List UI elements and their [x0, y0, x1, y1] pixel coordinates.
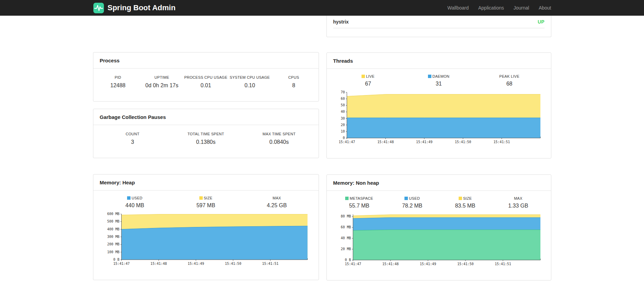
stat-label: SYSTEM CPU USAGE	[228, 75, 272, 79]
stat-system-cpu: SYSTEM CPU USAGE 0.10	[228, 75, 272, 89]
svg-text:15:41:51: 15:41:51	[493, 140, 510, 144]
size-swatch-icon	[459, 197, 462, 200]
legend-label: LIVE	[366, 74, 374, 78]
svg-text:100 MB: 100 MB	[107, 250, 119, 254]
legend-item-max: MAX 4.25 GB	[241, 196, 312, 209]
svg-text:15:41:50: 15:41:50	[225, 262, 241, 265]
stat-label: PID	[96, 75, 140, 79]
status-badge: UP	[538, 19, 544, 25]
svg-text:70: 70	[340, 90, 344, 94]
main-nav: Wallboard Applications Journal About	[447, 5, 551, 11]
process-stats: PID 12488 UPTIME 0d 0h 2m 17s PROCESS CP…	[93, 69, 319, 97]
right-column: hystrix UP Threads LIVE 67 DAEMON 31	[326, 16, 551, 280]
memory-nonheap-chart: 0 B20 MB40 MB60 MB80 MB15:41:4715:41:481…	[333, 212, 545, 269]
svg-text:0: 0	[342, 136, 344, 140]
heap-legend: USED 440 MB SIZE 597 MB MAX 4.25 GB	[99, 196, 312, 209]
legend-value: 597 MB	[170, 202, 241, 209]
legend-value: 31	[403, 81, 474, 87]
legend-item-metaspace: METASPACE 55.7 MB	[333, 196, 386, 209]
legend-item-max: MAX 1.33 GB	[492, 196, 545, 209]
stat-value: 0.0840s	[243, 139, 316, 145]
legend-item-used: USED 440 MB	[99, 196, 170, 209]
stat-label: MAX TIME SPENT	[243, 132, 316, 136]
svg-text:15:41:48: 15:41:48	[377, 140, 394, 144]
legend-label: MAX	[514, 196, 522, 200]
legend-label: PEAK LIVE	[499, 74, 519, 78]
legend-label: SIZE	[204, 196, 213, 200]
legend-value: 78.2 MB	[386, 203, 439, 209]
gc-panel-title: Garbage Collection Pauses	[93, 109, 319, 125]
top-navbar: Spring Boot Admin Wallboard Applications…	[0, 0, 644, 16]
stat-label: COUNT	[96, 132, 169, 136]
svg-text:15:41:49: 15:41:49	[419, 262, 436, 266]
svg-text:15:41:48: 15:41:48	[382, 262, 398, 266]
legend-label: METASPACE	[350, 196, 373, 200]
stat-pid: PID 12488	[96, 75, 140, 89]
stat-label: CPUS	[272, 75, 316, 79]
svg-text:30: 30	[340, 117, 344, 120]
memory-heap-panel-title: Memory: Heap	[93, 174, 319, 191]
used-swatch-icon	[404, 197, 408, 200]
nav-link-applications[interactable]: Applications	[478, 5, 504, 11]
svg-text:60: 60	[340, 97, 344, 101]
stat-uptime: UPTIME 0d 0h 2m 17s	[140, 75, 184, 89]
stat-gc-count: COUNT 3	[96, 132, 169, 145]
dashboard-content: Process PID 12488 UPTIME 0d 0h 2m 17s PR…	[93, 16, 551, 304]
legend-label: MAX	[273, 196, 281, 200]
svg-text:20: 20	[340, 123, 344, 127]
threads-panel: Threads LIVE 67 DAEMON 31 PEAK LIVE 68	[326, 52, 551, 158]
left-column: Process PID 12488 UPTIME 0d 0h 2m 17s PR…	[93, 52, 319, 280]
svg-text:15:41:49: 15:41:49	[416, 140, 432, 144]
stat-gc-total-time: TOTAL TIME SPENT 0.1380s	[169, 132, 243, 145]
svg-text:15:41:47: 15:41:47	[338, 140, 355, 144]
stat-label: UPTIME	[140, 75, 184, 79]
legend-value: 4.25 GB	[241, 202, 312, 209]
stat-cpus: CPUS 8	[272, 75, 316, 89]
legend-item-daemon: DAEMON 31	[403, 74, 474, 87]
svg-text:15:41:47: 15:41:47	[344, 262, 361, 266]
brand-link[interactable]: Spring Boot Admin	[93, 2, 176, 14]
svg-text:0 B: 0 B	[113, 258, 119, 261]
memory-heap-panel: Memory: Heap USED 440 MB SIZE 597 MB MAX…	[93, 174, 319, 280]
stat-value: 0.10	[228, 82, 272, 89]
nonheap-legend: METASPACE 55.7 MB USED 78.2 MB SIZE 83.5…	[333, 196, 545, 209]
gc-stats: COUNT 3 TOTAL TIME SPENT 0.1380s MAX TIM…	[93, 125, 319, 154]
legend-item-size: SIZE 83.5 MB	[439, 196, 492, 209]
svg-text:15:41:50: 15:41:50	[455, 140, 471, 144]
daemon-swatch-icon	[428, 75, 431, 78]
svg-text:15:41:51: 15:41:51	[262, 262, 278, 265]
used-swatch-icon	[127, 196, 131, 200]
svg-text:40 MB: 40 MB	[340, 236, 351, 240]
svg-text:10: 10	[340, 130, 344, 133]
legend-label: DAEMON	[432, 74, 449, 78]
service-name: hystrix	[333, 19, 349, 25]
nav-link-wallboard[interactable]: Wallboard	[447, 5, 469, 11]
svg-text:0 B: 0 B	[344, 258, 351, 262]
spring-boot-admin-logo-icon	[93, 2, 104, 14]
process-panel-title: Process	[93, 52, 319, 69]
svg-text:80 MB: 80 MB	[340, 214, 351, 218]
memory-nonheap-panel-title: Memory: Non heap	[327, 175, 551, 191]
svg-text:15:41:49: 15:41:49	[187, 262, 204, 265]
live-swatch-icon	[362, 75, 365, 78]
threads-chart: 01020304050607015:41:4715:41:4815:41:491…	[333, 90, 545, 147]
svg-text:15:41:50: 15:41:50	[457, 262, 473, 266]
stat-process-cpu: PROCESS CPU USAGE 0.01	[184, 75, 228, 89]
threads-legend: LIVE 67 DAEMON 31 PEAK LIVE 68	[333, 74, 545, 87]
svg-text:15:41:47: 15:41:47	[113, 262, 129, 265]
nav-link-journal[interactable]: Journal	[513, 5, 529, 11]
svg-text:300 MB: 300 MB	[107, 235, 119, 239]
legend-value: 55.7 MB	[333, 203, 386, 209]
memory-heap-chart: 0 B100 MB200 MB300 MB400 MB500 MB600 MB1…	[99, 211, 312, 269]
memory-nonheap-panel: Memory: Non heap METASPACE 55.7 MB USED …	[326, 174, 551, 280]
stat-value: 12488	[96, 82, 140, 89]
nav-link-about[interactable]: About	[539, 5, 551, 11]
legend-value: 83.5 MB	[439, 203, 492, 209]
svg-text:600 MB: 600 MB	[107, 212, 119, 216]
gc-panel: Garbage Collection Pauses COUNT 3 TOTAL …	[93, 109, 319, 158]
legend-value: 1.33 GB	[492, 203, 545, 209]
svg-text:60 MB: 60 MB	[340, 225, 351, 229]
stat-value: 3	[96, 139, 169, 145]
stat-value: 0.01	[184, 82, 228, 89]
legend-item-live: LIVE 67	[333, 74, 403, 87]
